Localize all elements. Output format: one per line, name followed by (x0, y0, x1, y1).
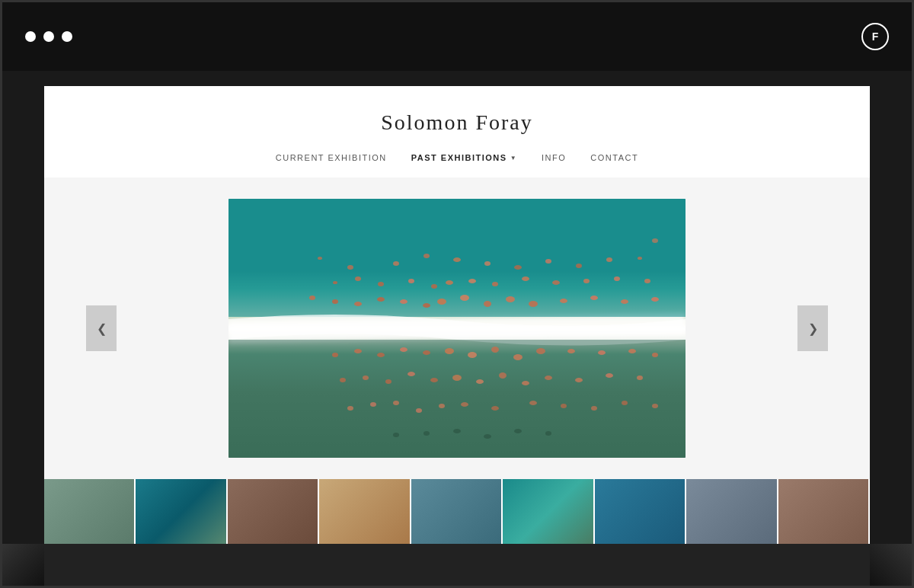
shadow-right (870, 544, 912, 586)
site-header: Solomon Foray CURRENT EXHIBITION PAST EX… (44, 86, 870, 177)
svg-point-14 (492, 282, 498, 286)
svg-point-48 (377, 353, 385, 357)
svg-point-76 (370, 402, 376, 407)
site-nav: CURRENT EXHIBITION PAST EXHIBITIONS ▼ IN… (44, 153, 870, 177)
thumbnail-8[interactable] (686, 479, 778, 544)
svg-point-44 (423, 350, 430, 355)
nav-past-exhibitions[interactable]: PAST EXHIBITIONS ▼ (411, 153, 517, 162)
svg-point-47 (536, 348, 545, 354)
svg-point-33 (560, 299, 567, 303)
shadow-bottom (44, 544, 870, 586)
svg-point-28 (423, 303, 430, 308)
svg-point-72 (416, 408, 422, 413)
prev-arrow-button[interactable]: ❮ (86, 305, 117, 351)
svg-point-6 (545, 259, 551, 264)
f-badge: F (861, 23, 889, 50)
gallery-main: ❮ (44, 177, 870, 479)
svg-point-64 (363, 375, 369, 380)
svg-point-67 (637, 375, 643, 380)
svg-point-24 (644, 279, 650, 283)
thumbnail-3[interactable] (228, 479, 319, 544)
thumbnail-7[interactable] (595, 479, 686, 544)
svg-point-78 (347, 406, 353, 411)
svg-point-55 (452, 375, 462, 381)
svg-point-71 (529, 401, 537, 405)
svg-point-61 (545, 375, 552, 380)
nav-info[interactable]: INFO (542, 153, 566, 162)
svg-point-77 (622, 401, 628, 405)
svg-point-81 (484, 434, 491, 439)
thumbnail-strip (44, 479, 870, 544)
svg-point-85 (545, 431, 551, 436)
svg-point-3 (423, 254, 430, 258)
svg-point-68 (461, 402, 468, 407)
shadow-left (2, 544, 44, 586)
svg-point-34 (354, 302, 362, 306)
site-title: Solomon Foray (44, 110, 870, 135)
svg-point-10 (638, 257, 642, 260)
svg-point-60 (407, 372, 415, 376)
svg-point-15 (431, 284, 437, 289)
svg-point-39 (651, 297, 659, 302)
thumbnail-5[interactable] (411, 479, 503, 544)
svg-point-83 (514, 429, 522, 433)
svg-point-1 (453, 257, 461, 262)
svg-point-75 (591, 406, 597, 411)
device-frame: F Solomon Foray CURRENT EXHIBITION PAST … (0, 0, 914, 588)
svg-rect-40 (228, 340, 686, 458)
nav-current-exhibition[interactable]: CURRENT EXHIBITION (276, 153, 387, 162)
svg-point-12 (446, 280, 453, 285)
nav-contact[interactable]: CONTACT (590, 153, 638, 162)
svg-point-18 (552, 280, 560, 285)
next-arrow-button[interactable]: ❯ (797, 305, 828, 351)
svg-point-23 (333, 281, 337, 284)
svg-point-8 (576, 264, 582, 268)
svg-point-37 (621, 299, 628, 304)
svg-point-84 (393, 433, 399, 437)
thumbnail-2[interactable] (136, 479, 227, 544)
thumbnail-4[interactable] (319, 479, 411, 544)
svg-point-74 (393, 401, 399, 405)
svg-point-13 (468, 279, 476, 283)
thumbnail-9[interactable] (778, 479, 870, 544)
svg-point-22 (614, 276, 620, 281)
svg-point-62 (385, 379, 391, 384)
svg-point-73 (561, 404, 567, 408)
svg-point-52 (332, 353, 338, 357)
thumbnail-6[interactable] (503, 479, 594, 544)
past-exhibitions-arrow: ▼ (510, 155, 517, 161)
svg-point-27 (484, 301, 491, 307)
svg-point-4 (514, 265, 522, 270)
svg-point-63 (575, 378, 583, 382)
svg-point-5 (393, 261, 399, 266)
svg-point-65 (606, 373, 613, 378)
svg-point-46 (400, 347, 407, 352)
svg-point-41 (445, 348, 454, 354)
svg-point-49 (567, 349, 575, 353)
svg-point-45 (513, 354, 523, 360)
svg-point-79 (652, 404, 658, 408)
svg-point-21 (355, 276, 361, 281)
svg-point-50 (354, 349, 362, 353)
svg-point-82 (423, 431, 430, 436)
svg-point-43 (491, 347, 499, 353)
svg-point-42 (468, 352, 477, 358)
svg-point-57 (499, 372, 507, 379)
svg-point-59 (522, 381, 529, 385)
svg-point-86 (652, 238, 658, 243)
svg-point-36 (332, 299, 338, 304)
svg-point-17 (408, 279, 414, 283)
svg-point-30 (400, 299, 407, 304)
svg-point-51 (598, 350, 606, 355)
svg-point-31 (529, 301, 538, 307)
dot-red (25, 31, 36, 42)
svg-point-38 (309, 296, 315, 300)
svg-point-53 (628, 349, 636, 353)
svg-point-66 (340, 378, 346, 382)
svg-point-35 (590, 296, 598, 300)
thumbnail-1[interactable] (44, 479, 136, 544)
svg-point-16 (522, 276, 529, 281)
main-gallery-image (228, 199, 686, 458)
svg-point-58 (430, 378, 438, 382)
svg-point-9 (606, 257, 612, 262)
